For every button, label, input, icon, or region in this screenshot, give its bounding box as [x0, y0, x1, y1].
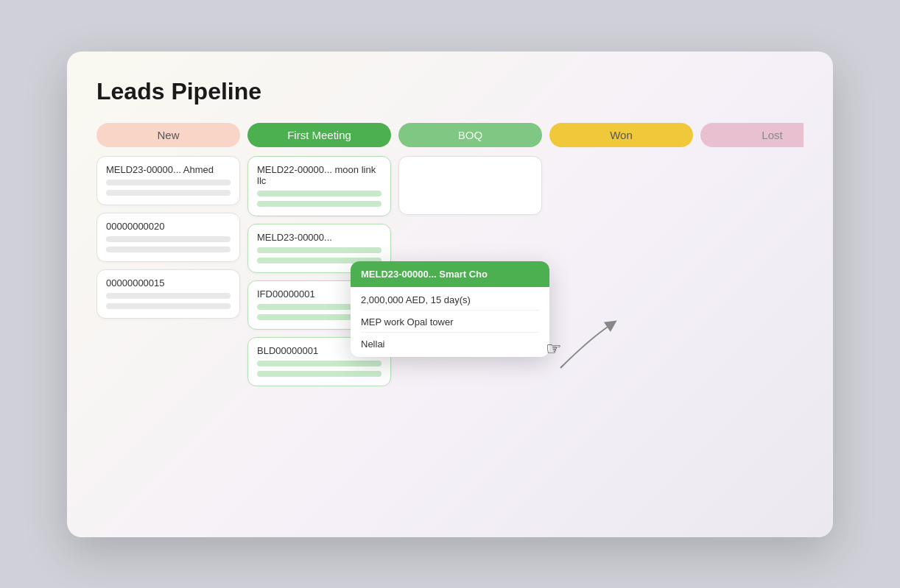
card-new-2-line-1 [106, 236, 231, 242]
card-new-2-title: 00000000020 [106, 221, 231, 232]
column-header-boq: BOQ [398, 123, 542, 147]
boq-empty-card [398, 156, 542, 215]
column-header-first: First Meeting [247, 123, 391, 147]
card-new-3-line-2 [106, 303, 231, 309]
column-cards-boq [398, 156, 542, 215]
card-fm-4-line-1 [257, 361, 382, 366]
card-fm-1-line-2 [257, 201, 382, 207]
card-new-1-line-2 [106, 190, 231, 196]
card-new-3-title: 00000000015 [106, 277, 231, 288]
page-title: Leads Pipeline [96, 78, 804, 105]
tooltip-body: 2,000,000 AED, 15 day(s) MEP work Opal t… [351, 287, 549, 357]
column-header-won: Won [549, 123, 693, 147]
card-new-2[interactable]: 00000000020 [96, 213, 240, 262]
arrow-indicator [553, 316, 619, 375]
column-won: Won [549, 123, 693, 156]
card-new-1[interactable]: MELD23-00000... Ahmed [96, 156, 240, 205]
column-cards-new: MELD23-00000... Ahmed 00000000020 000000… [96, 156, 240, 319]
column-header-new: New [96, 123, 240, 147]
cursor-icon: ☞ [546, 339, 562, 359]
column-boq: BOQ [398, 123, 542, 215]
card-new-1-line-1 [106, 180, 231, 185]
tooltip-card[interactable]: MELD23-00000... Smart Cho 2,000,000 AED,… [351, 261, 549, 357]
tooltip-row-0: 2,000,000 AED, 15 day(s) [361, 294, 539, 311]
card-fm-1-line-1 [257, 191, 382, 196]
card-fm-4-line-2 [257, 371, 382, 377]
column-lost: Lost [700, 123, 804, 156]
tooltip-header: MELD23-00000... Smart Cho [351, 261, 549, 287]
card-fm-1-title: MELD22-00000... moon link llc [257, 164, 382, 186]
card-new-1-title: MELD23-00000... Ahmed [106, 164, 231, 175]
column-header-lost: Lost [700, 123, 804, 147]
tooltip-row-2: Nellai [361, 339, 539, 350]
card-fm-2-title: MELD23-00000... [257, 232, 382, 243]
card-new-2-line-2 [106, 247, 231, 252]
card-new-3[interactable]: 00000000015 [96, 269, 240, 319]
tooltip-row-1: MEP work Opal tower [361, 316, 539, 333]
column-new: New MELD23-00000... Ahmed 00000000020 00… [96, 123, 240, 319]
screen-wrapper: Leads Pipeline New MELD23-00000... Ahmed… [67, 52, 833, 537]
card-fm-2-line-1 [257, 247, 382, 253]
card-fm-1[interactable]: MELD22-00000... moon link llc [247, 156, 391, 216]
card-new-3-line-1 [106, 293, 231, 299]
